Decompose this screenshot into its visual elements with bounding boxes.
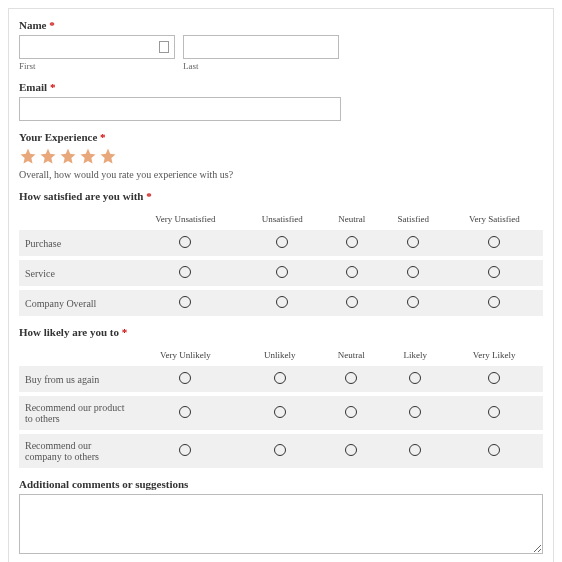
first-name-input[interactable] [19,35,175,59]
radio-option[interactable] [179,406,191,418]
table-row: Purchase [19,230,543,258]
star-icon[interactable] [19,147,37,165]
star-rating[interactable] [19,147,543,165]
satisfaction-matrix: Very Unsatisfied Unsatisfied Neutral Sat… [19,208,543,316]
radio-option[interactable] [488,296,500,308]
last-name-input[interactable] [183,35,339,59]
email-field: Email * [19,81,543,121]
radio-option[interactable] [179,296,191,308]
name-field: Name * First Last [19,19,543,71]
required-marker: * [100,131,106,143]
likelihood-matrix: Very Unlikely Unlikely Neutral Likely Ve… [19,344,543,468]
radio-option[interactable] [488,236,500,248]
col-header: Unsatisfied [242,208,323,230]
radio-option[interactable] [274,406,286,418]
radio-option[interactable] [409,372,421,384]
email-input[interactable] [19,97,341,121]
radio-option[interactable] [346,236,358,248]
star-icon[interactable] [79,147,97,165]
radio-option[interactable] [345,406,357,418]
radio-option[interactable] [488,406,500,418]
row-label: Recommend our company to others [19,432,129,468]
radio-option[interactable] [409,444,421,456]
experience-helper: Overall, how would you rate you experien… [19,169,543,180]
radio-option[interactable] [276,296,288,308]
star-icon[interactable] [39,147,57,165]
row-label: Service [19,258,129,288]
satisfaction-field: How satisfied are you with * Very Unsati… [19,190,543,316]
radio-option[interactable] [345,372,357,384]
row-label: Recommend our product to others [19,394,129,432]
row-label: Company Overall [19,288,129,316]
col-header: Unlikely [242,344,318,366]
satisfaction-label: How satisfied are you with * [19,190,543,202]
radio-option[interactable] [179,372,191,384]
radio-option[interactable] [488,372,500,384]
likelihood-label: How likely are you to * [19,326,543,338]
col-header: Very Likely [445,344,543,366]
radio-option[interactable] [488,444,500,456]
star-icon[interactable] [99,147,117,165]
radio-option[interactable] [274,444,286,456]
col-header: Likely [385,344,446,366]
radio-option[interactable] [407,296,419,308]
required-marker: * [49,19,55,31]
col-header: Very Unlikely [129,344,242,366]
radio-option[interactable] [407,266,419,278]
required-marker: * [146,190,152,202]
star-icon[interactable] [59,147,77,165]
experience-label: Your Experience * [19,131,543,143]
comments-field: Additional comments or suggestions [19,478,543,556]
table-row: Service [19,258,543,288]
comments-label: Additional comments or suggestions [19,478,543,490]
likelihood-field: How likely are you to * Very Unlikely Un… [19,326,543,468]
radio-option[interactable] [276,266,288,278]
table-row: Recommend our company to others [19,432,543,468]
experience-field: Your Experience * Overall, how would you… [19,131,543,180]
radio-option[interactable] [274,372,286,384]
radio-option[interactable] [407,236,419,248]
col-header: Very Unsatisfied [129,208,242,230]
email-label: Email * [19,81,543,93]
last-name-sublabel: Last [183,61,339,71]
required-marker: * [122,326,128,338]
radio-option[interactable] [276,236,288,248]
col-header: Satisfied [381,208,446,230]
col-header: Neutral [318,344,385,366]
col-header: Neutral [323,208,381,230]
radio-option[interactable] [409,406,421,418]
table-row: Company Overall [19,288,543,316]
table-row: Recommend our product to others [19,394,543,432]
row-label: Buy from us again [19,366,129,394]
name-label: Name * [19,19,543,31]
first-name-sublabel: First [19,61,175,71]
radio-option[interactable] [488,266,500,278]
radio-option[interactable] [179,236,191,248]
survey-form: Name * First Last Email * Your Experienc… [8,8,554,562]
col-header: Very Satisfied [446,208,543,230]
radio-option[interactable] [179,266,191,278]
table-row: Buy from us again [19,366,543,394]
comments-textarea[interactable] [19,494,543,554]
radio-option[interactable] [345,444,357,456]
radio-option[interactable] [346,296,358,308]
required-marker: * [50,81,56,93]
radio-option[interactable] [179,444,191,456]
radio-option[interactable] [346,266,358,278]
row-label: Purchase [19,230,129,258]
